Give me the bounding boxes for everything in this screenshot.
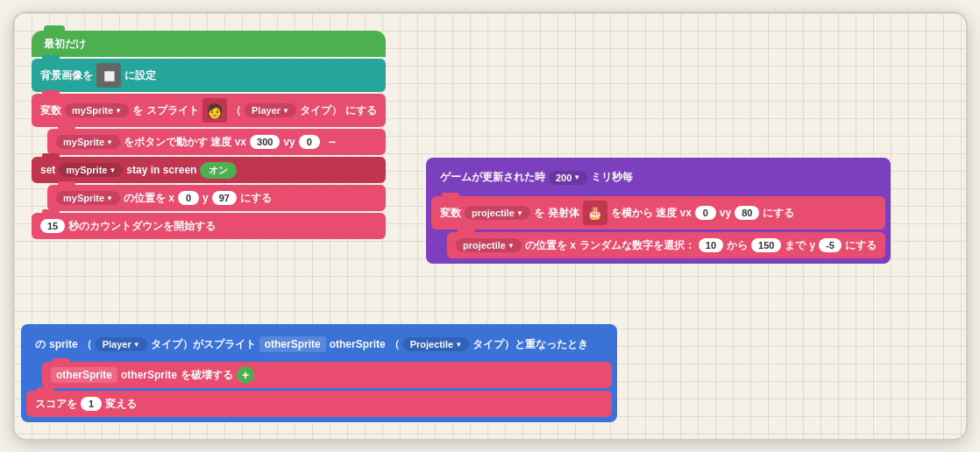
change-score-block[interactable]: スコアを 1 変える (26, 391, 612, 417)
bg-label1: 背景画像を (40, 68, 93, 83)
sprite-label: sprite (49, 338, 78, 350)
set-position-block[interactable]: mySprite の位置を x 0 y 97 にする (47, 185, 386, 211)
update-hat-label: ゲームが更新された時 (440, 170, 545, 185)
wo-destroy: を破壊する (181, 368, 233, 383)
background-icon[interactable]: ▦ (96, 63, 121, 88)
wo-label: を (132, 103, 143, 118)
destroy-label: otherSprite (51, 367, 117, 383)
rand-from-val[interactable]: 10 (699, 238, 723, 252)
x-value[interactable]: 0 (178, 191, 199, 205)
pos-label: の位置を x (124, 191, 174, 206)
made-label: まで (785, 238, 806, 253)
yoko-label: を横から 速度 vx (611, 206, 692, 221)
on-start-label: 最初だけ (44, 37, 86, 52)
niru4-label: にする (845, 238, 877, 253)
player-type-dropdown[interactable]: Player (245, 103, 296, 117)
type1-label: タイプ）がスプライト (151, 337, 256, 352)
player-overlap-dropdown[interactable]: Player (96, 337, 147, 351)
proj-label: 発射体 (548, 206, 579, 221)
other-label-text: otherSprite (330, 338, 386, 350)
random-label: ランダムな数字を選択： (579, 238, 695, 253)
bg-label2: に設定 (124, 68, 156, 83)
score-change: 変える (105, 397, 137, 412)
on-update-hat[interactable]: ゲームが更新された時 200 ミリ秒毎 (431, 163, 885, 192)
score-label: スコアを (35, 397, 77, 412)
wo-label2: を (534, 206, 544, 221)
stay-screen-block[interactable]: set mySprite stay in screen オン (32, 157, 386, 183)
no-label: の (35, 337, 46, 352)
projectile-pos-dropdown[interactable]: projectile (456, 238, 522, 252)
proj-pos-label: の位置を x (525, 238, 576, 253)
blue-overlap-container: の sprite （ Player タイプ）がスプライト otherSprite… (21, 324, 617, 422)
proj-vy-val[interactable]: 80 (735, 206, 759, 220)
niru3-label: にする (763, 206, 794, 221)
group1-on-start: 最初だけ 背景画像を ▦ に設定 変数 mySprite を スプライト 🧑 （… (32, 31, 386, 239)
on-start-hat[interactable]: 最初だけ (32, 31, 386, 57)
mysprite-move-dropdown[interactable]: mySprite (56, 135, 120, 149)
vy-value[interactable]: 0 (299, 135, 320, 149)
projectile-type-dropdown[interactable]: Projectile (403, 337, 469, 351)
proj-vx-val[interactable]: 0 (695, 206, 716, 220)
vy-label: vy (283, 136, 295, 148)
minus-button[interactable]: − (323, 133, 341, 151)
set-projectile-block[interactable]: 変数 projectile を 発射体 🎂 を横から 速度 vx 0 vy 80… (431, 196, 885, 230)
mysprite-stay-dropdown[interactable]: mySprite (59, 163, 123, 177)
projectile-icon[interactable]: 🎂 (583, 201, 607, 225)
ms-label: ミリ秒毎 (591, 170, 633, 185)
ms-dropdown[interactable]: 200 (549, 171, 587, 185)
paren-open: （ (231, 103, 241, 118)
plus-button[interactable]: + (237, 366, 254, 384)
purple-event-container: ゲームが更新された時 200 ミリ秒毎 変数 projectile を 発射体 … (426, 158, 891, 264)
paren2: （ (389, 337, 400, 352)
stay-label: stay in screen (126, 164, 196, 176)
move-label: をボタンで動かす 速度 vx (124, 135, 246, 150)
other-label: otherSprite (259, 336, 326, 352)
countdown-label: 秒のカウントダウンを開始する (68, 219, 216, 234)
set-sprite-block[interactable]: 変数 mySprite を スプライト 🧑 （ Player タイプ） にする (32, 94, 386, 127)
player-sprite-icon[interactable]: 🧑 (202, 98, 227, 123)
destroy-block[interactable]: otherSprite otherSprite を破壊する + (42, 362, 612, 388)
projectile-dropdown[interactable]: projectile (465, 206, 530, 220)
stay-toggle[interactable]: オン (200, 162, 237, 179)
y-label2: y (809, 239, 815, 251)
overlap-hat[interactable]: の sprite （ Player タイプ）がスプライト otherSprite… (26, 329, 612, 359)
proj-y-val[interactable]: -5 (819, 238, 842, 252)
proj-vy-label: vy (720, 207, 731, 219)
mysprite-pos-dropdown[interactable]: mySprite (56, 191, 120, 205)
group3-overlap: の sprite （ Player タイプ）がスプライト otherSprite… (21, 324, 617, 422)
y-label: y (202, 192, 209, 204)
score-val[interactable]: 1 (81, 397, 102, 411)
countdown-val[interactable]: 15 (40, 219, 65, 233)
var-label: 変数 (40, 103, 61, 118)
countdown-block[interactable]: 15 秒のカウントダウンを開始する (32, 213, 386, 239)
sprite-label: スプライト (146, 103, 199, 118)
niru-label: にする (345, 103, 377, 118)
kara-label: から (727, 238, 748, 253)
type-label: タイプ） (300, 103, 342, 118)
rand-to-val[interactable]: 150 (751, 238, 781, 252)
type2-label: タイプ）と重なったとき (472, 337, 588, 352)
set-background-block[interactable]: 背景画像を ▦ に設定 (32, 59, 386, 92)
niru2-label: にする (240, 191, 272, 206)
var-label2: 変数 (440, 206, 461, 221)
group2-on-update: ゲームが更新された時 200 ミリ秒毎 変数 projectile を 発射体 … (426, 158, 891, 264)
scratch-canvas: 最初だけ 背景画像を ▦ に設定 変数 mySprite を スプライト 🧑 （… (12, 11, 968, 441)
mysprite-dropdown[interactable]: mySprite (65, 103, 129, 117)
vx-value[interactable]: 300 (250, 135, 280, 149)
paren1: （ (82, 337, 92, 352)
destroy-label-text: otherSprite (121, 369, 177, 381)
move-with-buttons-block[interactable]: mySprite をボタンで動かす 速度 vx 300 vy 0 − (47, 129, 386, 155)
set-proj-position-block[interactable]: projectile の位置を x ランダムな数字を選択： 10 から 150 … (447, 232, 885, 258)
set-label: set (40, 164, 55, 176)
y-value[interactable]: 97 (212, 191, 237, 205)
